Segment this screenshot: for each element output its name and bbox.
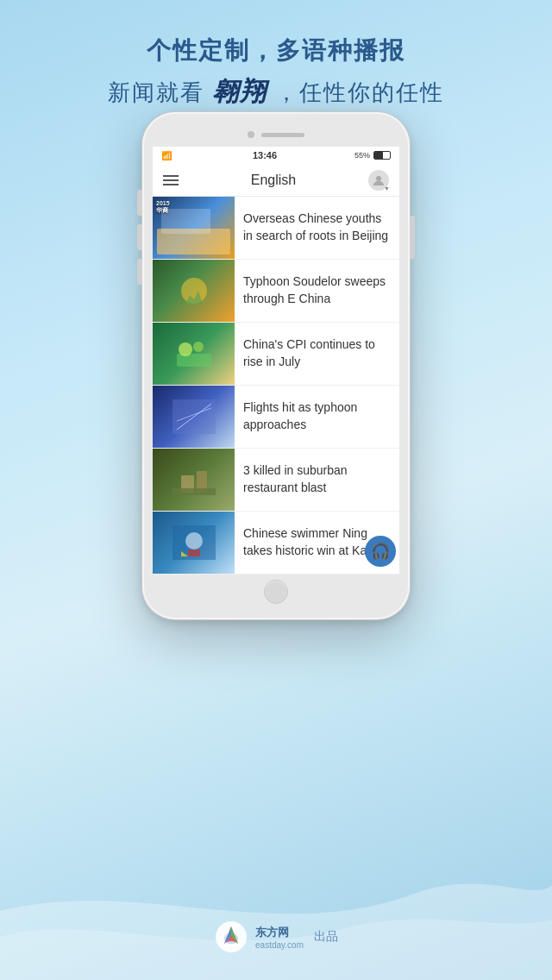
news-item-2[interactable]: Typhoon Soudelor sweeps through E China: [153, 260, 399, 323]
news-content-4: Flights hit as typhoon approaches: [235, 386, 399, 448]
navigation-bar: English: [153, 164, 399, 197]
svg-point-3: [179, 342, 192, 356]
phone-mockup: 📶 13:46 55%: [142, 112, 410, 619]
svg-rect-10: [172, 488, 216, 495]
news-thumb-1: 2015华裔: [153, 197, 235, 259]
news-title-4: Flights hit as typhoon approaches: [243, 399, 391, 433]
news-item-6[interactable]: Chinese swimmer Ning takes historic win …: [153, 512, 399, 575]
status-right: 55%: [354, 151, 391, 160]
battery-percent: 55%: [354, 151, 370, 160]
news-content-1: Overseas Chinese youths in search of roo…: [235, 197, 399, 259]
tagline-post: ，任性你的任性: [275, 79, 444, 105]
news-item-3[interactable]: China's CPI continues to rise in July: [153, 323, 399, 386]
news-item-4[interactable]: Flights hit as typhoon approaches: [153, 386, 399, 449]
phone-screen: 📶 13:46 55%: [153, 122, 399, 609]
news-title-1: Overseas Chinese youths in search of roo…: [243, 210, 391, 244]
news-content-3: China's CPI continues to rise in July: [235, 323, 399, 385]
svg-rect-2: [177, 354, 211, 367]
phone-top-bar: [153, 122, 399, 147]
footer: 东方网 eastday.com 出品: [214, 920, 338, 954]
phone-speaker: [261, 133, 304, 137]
footer-tagline: 出品: [314, 929, 338, 945]
news-title-3: China's CPI continues to rise in July: [243, 336, 391, 370]
news-thumb-5: [153, 449, 235, 511]
footer-domain: eastday.com: [255, 940, 304, 950]
news-list: 2015华裔 Overseas Chinese youths in search…: [153, 197, 399, 575]
home-button[interactable]: [264, 580, 288, 604]
tagline-line1: 个性定制，多语种播报: [26, 35, 526, 67]
svg-rect-13: [188, 550, 200, 556]
battery-indicator: [373, 151, 391, 160]
headphone-icon: 🎧: [371, 542, 390, 561]
status-left: 📶: [161, 151, 175, 160]
news-title-2: Typhoon Soudelor sweeps through E China: [243, 273, 391, 307]
battery-bar: [373, 151, 391, 160]
phone-bottom-bar: [153, 575, 399, 609]
status-bar: 📶 13:46 55%: [153, 147, 399, 164]
status-time: 13:46: [253, 150, 277, 160]
news-content-6: Chinese swimmer Ning takes historic win …: [235, 512, 399, 574]
news-thumb-6: [153, 512, 235, 574]
news-content-5: 3 killed in suburban restaurant blast: [235, 449, 399, 511]
svg-point-4: [193, 342, 204, 352]
header-section: 个性定制，多语种播报 新闻就看 翱翔 ，任性你的任性: [0, 0, 552, 127]
tagline-bold1: 个性定制，多语种播报: [147, 37, 405, 64]
background-wave: [0, 807, 552, 980]
svg-point-0: [376, 176, 381, 181]
eastday-logo: [214, 920, 248, 954]
news-title-5: 3 killed in suburban restaurant blast: [243, 462, 391, 496]
news-thumb-3: [153, 323, 235, 385]
news-thumb-4: [153, 386, 235, 448]
audio-badge[interactable]: 🎧: [365, 536, 396, 567]
nav-title: English: [251, 173, 296, 188]
footer-brand-name: 东方网: [255, 925, 304, 940]
tagline-brand: 翱翔: [212, 77, 267, 105]
user-avatar-svg: [373, 174, 385, 186]
news-content-2: Typhoon Soudelor sweeps through E China: [235, 260, 399, 322]
tagline-line2: 新闻就看 翱翔 ，任性你的任性: [26, 74, 526, 110]
news-item-1[interactable]: 2015华裔 Overseas Chinese youths in search…: [153, 197, 399, 260]
news-thumb-2: [153, 260, 235, 322]
battery-fill: [374, 152, 383, 159]
wifi-icon: 📶: [161, 151, 172, 160]
phone-frame: 📶 13:46 55%: [142, 112, 410, 619]
svg-point-12: [185, 532, 203, 550]
news-item-5[interactable]: 3 killed in suburban restaurant blast: [153, 449, 399, 512]
footer-brand-group: 东方网 eastday.com: [255, 925, 304, 950]
hamburger-menu-icon[interactable]: [163, 175, 179, 185]
phone-camera: [248, 131, 254, 138]
user-profile-icon[interactable]: [368, 170, 389, 191]
tagline-pre: 新闻就看: [108, 79, 204, 105]
